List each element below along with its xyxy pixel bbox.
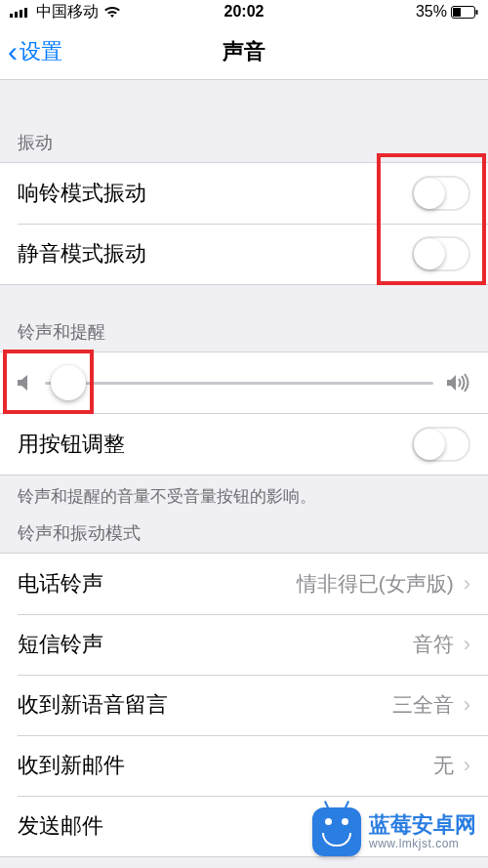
battery-percent: 35% — [416, 3, 447, 21]
slider-thumb[interactable] — [51, 365, 86, 400]
section-header-ringer: 铃声和提醒 — [0, 285, 488, 351]
wifi-icon — [103, 6, 121, 19]
row-label: 发送邮件 — [18, 811, 103, 841]
back-label: 设置 — [20, 37, 62, 66]
svg-rect-1 — [15, 12, 18, 18]
section-header-patterns: 铃声和振动模式 — [0, 517, 488, 553]
chevron-right-icon: › — [464, 571, 470, 597]
svg-rect-5 — [453, 8, 461, 17]
status-left: 中国移动 — [10, 2, 121, 22]
svg-rect-6 — [476, 10, 478, 15]
watermark: 蓝莓安卓网 www.lmkjst.com — [312, 807, 476, 856]
watermark-icon — [312, 807, 361, 856]
row-label: 响铃模式振动 — [18, 179, 146, 208]
row-text-tone[interactable]: 短信铃声 音符 › — [0, 614, 488, 675]
volume-slider[interactable] — [45, 382, 433, 385]
switch-vibrate-on-silent[interactable] — [412, 236, 470, 271]
row-label: 用按钮调整 — [18, 430, 125, 459]
svg-rect-0 — [10, 14, 13, 18]
section-header-vibration: 振动 — [0, 80, 488, 162]
watermark-title: 蓝莓安卓网 — [369, 812, 476, 837]
watermark-text: 蓝莓安卓网 www.lmkjst.com — [369, 812, 476, 850]
status-bar: 中国移动 20:02 35% — [0, 0, 488, 23]
footer-note: 铃声和提醒的音量不受音量按钮的影响。 — [0, 475, 488, 517]
status-right: 35% — [416, 3, 478, 21]
row-new-voicemail[interactable]: 收到新语音留言 三全音 › — [0, 675, 488, 735]
button-adjust-list: 用按钮调整 — [0, 414, 488, 475]
row-value: 无 — [433, 752, 454, 779]
signal-icon — [10, 6, 31, 18]
volume-slider-row — [0, 351, 488, 414]
row-value: 三全音 — [392, 691, 454, 719]
volume-low-icon — [18, 374, 31, 392]
row-ringtone[interactable]: 电话铃声 情非得已(女声版) › — [0, 554, 488, 614]
svg-rect-3 — [24, 8, 27, 18]
battery-icon — [451, 6, 478, 19]
switch-vibrate-on-ring[interactable] — [412, 176, 470, 211]
nav-bar: ‹ 设置 声音 — [0, 23, 488, 80]
row-vibrate-on-silent[interactable]: 静音模式振动 — [0, 224, 488, 284]
row-label: 收到新邮件 — [18, 751, 125, 780]
chevron-left-icon: ‹ — [8, 37, 18, 66]
row-vibrate-on-ring[interactable]: 响铃模式振动 — [0, 163, 488, 224]
row-label: 短信铃声 — [18, 630, 103, 659]
row-new-mail[interactable]: 收到新邮件 无 › — [0, 735, 488, 796]
back-button[interactable]: ‹ 设置 — [0, 37, 62, 66]
chevron-right-icon: › — [464, 632, 470, 657]
row-value: 情非得已(女声版) — [297, 570, 454, 598]
svg-rect-2 — [20, 10, 22, 18]
status-time: 20:02 — [224, 3, 264, 21]
carrier-label: 中国移动 — [36, 2, 99, 22]
chevron-right-icon: › — [464, 692, 470, 718]
vibration-list: 响铃模式振动 静音模式振动 — [0, 162, 488, 285]
volume-high-icon — [447, 373, 470, 393]
row-change-with-buttons[interactable]: 用按钮调整 — [0, 414, 488, 475]
row-label: 静音模式振动 — [18, 239, 146, 269]
page-title: 声音 — [223, 37, 265, 66]
row-label: 电话铃声 — [18, 569, 103, 599]
watermark-url: www.lmkjst.com — [369, 838, 476, 851]
row-value: 音符 — [413, 631, 454, 658]
row-label: 收到新语音留言 — [18, 690, 168, 720]
chevron-right-icon: › — [464, 753, 470, 778]
switch-change-with-buttons[interactable] — [412, 427, 470, 462]
